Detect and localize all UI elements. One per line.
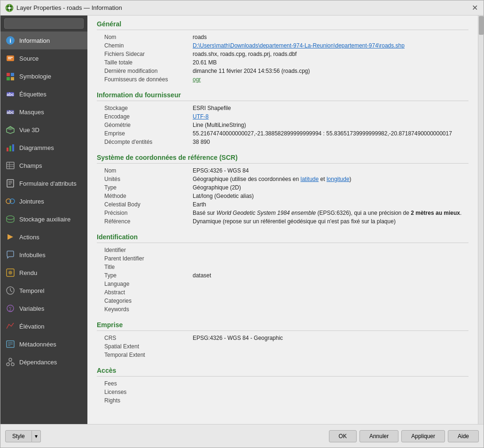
sidebar-item-diagrammes[interactable]: Diagrammes (0, 139, 87, 157)
label-fournisseur: Fournisseurs de données (97, 75, 191, 84)
value-spatial (191, 342, 468, 351)
svg-point-50 (11, 363, 14, 366)
value-categories (191, 297, 468, 305)
sidebar-item-formulaire[interactable]: Formulaire d'attributs (0, 174, 87, 192)
value-fees (191, 379, 468, 388)
sidebar-item-symbologie[interactable]: Symbologie (0, 67, 87, 85)
svg-point-48 (9, 358, 12, 361)
general-table: Nom roads Chemin D:\Users\math\Downloads… (97, 33, 468, 84)
table-row: Unités Géographique (utilise des coordon… (97, 175, 468, 183)
svg-rect-5 (6, 8, 8, 8)
stockage-icon (5, 214, 16, 224)
label-licenses: Licenses (97, 388, 191, 396)
label-methode: Méthode (97, 192, 191, 200)
value-scr-nom: EPSG:4326 - WGS 84 (191, 166, 468, 175)
sidebar-label-etiquettes: Étiquettes (19, 91, 47, 98)
sidebar-item-rendu[interactable]: Rendu (0, 264, 87, 282)
lat-link[interactable]: latitude (301, 176, 319, 182)
chemin-link[interactable]: D:\Users\math\Downloads\departement-974-… (193, 42, 405, 49)
sidebar-label-source: Source (19, 55, 39, 62)
apply-button[interactable]: Appliquer (401, 430, 445, 442)
sidebar-item-masques[interactable]: abc Masques (0, 103, 87, 121)
sidebar-label-jointures: Jointures (19, 198, 44, 205)
encodage-link[interactable]: UTF-8 (193, 113, 209, 120)
svg-rect-24 (12, 144, 14, 151)
table-row: Type Géographique (2D) (97, 183, 468, 192)
label-celestial: Celestial Body (97, 200, 191, 209)
properties-content: Général Nom roads Chemin D:\Users\math\D… (87, 16, 478, 424)
label-parent-id: Parent Identifier (97, 254, 191, 263)
lon-link[interactable]: longitude (327, 176, 350, 182)
sidebar-item-etiquettes[interactable]: abc Étiquettes (0, 85, 87, 103)
section-title-acces: Accès (97, 367, 468, 377)
table-row: Fees (97, 379, 468, 388)
sidebar-item-jointures[interactable]: Jointures (0, 192, 87, 210)
value-temporal (191, 351, 468, 359)
sidebar-item-actions[interactable]: Actions (0, 228, 87, 246)
sidebar-item-temporel[interactable]: Temporel (0, 282, 87, 299)
symbologie-icon (5, 71, 16, 81)
vertical-scrollbar[interactable] (478, 16, 484, 424)
value-keywords (191, 305, 468, 314)
cancel-button[interactable]: Annuler (359, 430, 398, 442)
sidebar-item-infobulles[interactable]: Infobulles (0, 246, 87, 264)
sidebar-search-container (0, 16, 87, 31)
scrollbar-thumb[interactable] (479, 16, 484, 35)
svg-text:∑: ∑ (8, 306, 12, 311)
value-taille: 20.61 MB (191, 58, 468, 67)
svg-rect-29 (7, 180, 14, 187)
label-taille: Taille totale (97, 58, 191, 67)
table-row: Stockage ESRI Shapefile (97, 104, 468, 112)
title-bar: Layer Properties - roads — Information ✕ (0, 0, 484, 16)
svg-point-2 (8, 7, 11, 9)
sidebar-label-information: Information (19, 37, 50, 44)
sidebar-item-champs[interactable]: Champs (0, 157, 87, 174)
svg-rect-3 (9, 5, 9, 6)
sidebar-item-variables[interactable]: ∑ Variables (0, 299, 87, 317)
sidebar-item-metadonnees[interactable]: Métadonnées (0, 335, 87, 353)
label-type: Type (97, 183, 191, 192)
value-title (191, 263, 468, 271)
table-row: Categories (97, 297, 468, 305)
style-button[interactable]: Style (5, 430, 32, 442)
jointures-icon (5, 196, 16, 206)
label-fees: Fees (97, 379, 191, 388)
help-button[interactable]: Aide (448, 430, 479, 442)
sidebar-item-elevation[interactable]: Élévation (0, 317, 87, 335)
value-encodage: UTF-8 (191, 112, 468, 121)
formulaire-icon (5, 178, 16, 189)
value-identifier (191, 246, 468, 254)
svg-text:abc: abc (7, 92, 14, 97)
table-row: Emprise 55.21674740000000027,-21.3885828… (97, 129, 468, 138)
value-crs: EPSG:4326 - WGS 84 - Geographic (191, 334, 468, 342)
sidebar-label-dependances: Dépendances (19, 359, 57, 366)
table-row: Géométrie Line (MultiLineString) (97, 121, 468, 129)
sidebar-item-information[interactable]: i Information (0, 31, 87, 49)
section-title-fournisseur: Information du fournisseur (97, 91, 468, 101)
sidebar-search-input[interactable] (4, 18, 84, 29)
layer-properties-window: Layer Properties - roads — Information ✕… (0, 0, 484, 448)
sidebar-label-masques: Masques (19, 109, 44, 116)
close-button[interactable]: ✕ (470, 4, 479, 12)
svg-rect-4 (9, 9, 9, 11)
table-row: Keywords (97, 305, 468, 314)
sidebar-item-source[interactable]: Source (0, 49, 87, 67)
label-reference: Référence (97, 217, 191, 226)
source-icon (5, 53, 16, 63)
style-dropdown-button[interactable]: ▾ (32, 430, 41, 442)
table-row: Type dataset (97, 271, 468, 280)
sidebar-label-elevation: Élévation (19, 323, 44, 330)
ok-button[interactable]: OK (329, 430, 357, 442)
style-button-group: Style ▾ (5, 430, 41, 442)
table-row: Nom EPSG:4326 - WGS 84 (97, 166, 468, 175)
table-row: Language (97, 280, 468, 288)
sidebar-item-stockage[interactable]: Stockage auxiliaire (0, 210, 87, 228)
table-row: Méthode Lat/long (Geodetic alias) (97, 192, 468, 200)
main-content-area: i Information Source Symbologie (0, 16, 484, 424)
section-emprise: Emprise CRS EPSG:4326 - WGS 84 - Geograp… (97, 321, 468, 359)
sidebar-item-dependances[interactable]: Dépendances (0, 353, 87, 371)
sidebar: i Information Source Symbologie (0, 16, 87, 424)
fournisseur-link[interactable]: ogr (193, 76, 201, 83)
sidebar-item-vue3d[interactable]: Vue 3D (0, 121, 87, 139)
label-encodage: Encodage (97, 112, 191, 121)
